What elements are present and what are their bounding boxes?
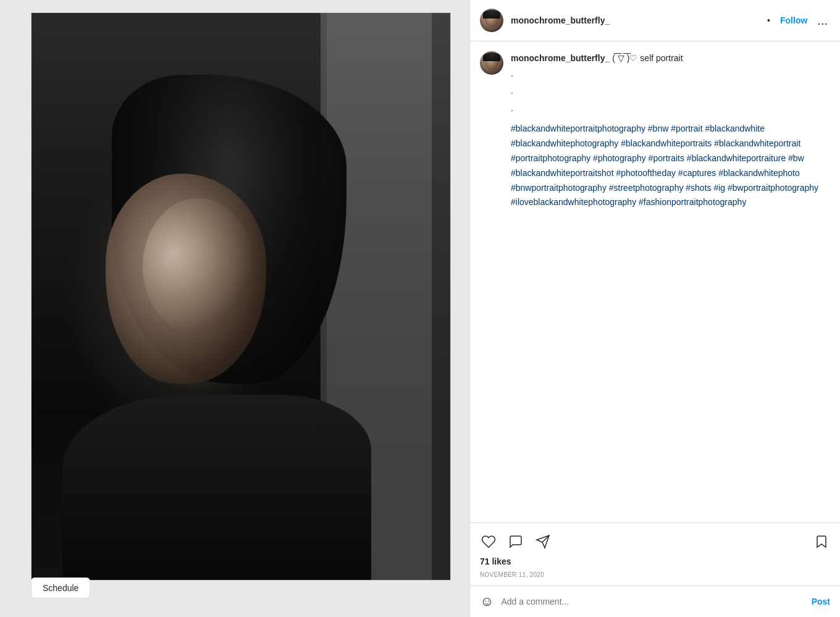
post-date: NOVEMBER 11, 2020 <box>480 569 830 583</box>
left-panel: Schedule <box>0 0 469 617</box>
heart-icon <box>481 534 496 549</box>
post-comment-button[interactable]: Post <box>812 597 830 607</box>
header-username[interactable]: monochrome_butterfly_ <box>511 15 757 25</box>
header-dot: • <box>767 15 770 25</box>
share-button[interactable] <box>534 533 552 550</box>
caption-username[interactable]: monochrome_butterfly_ <box>511 53 610 63</box>
dots-section: . . . <box>511 65 830 117</box>
avatar-header <box>480 9 503 32</box>
post-header: monochrome_butterfly_ • Follow ... <box>470 0 840 41</box>
like-button[interactable] <box>480 533 497 550</box>
caption-area: monochrome_butterfly_ ( ͞▽ ͞)♡ self port… <box>470 41 840 523</box>
comment-icon <box>508 534 523 549</box>
emoji-button[interactable]: ☺ <box>480 594 494 610</box>
avatar-caption <box>480 51 503 75</box>
dot-3: . <box>511 99 830 117</box>
caption-description: self portrait <box>640 53 682 63</box>
right-panel: monochrome_butterfly_ • Follow ... monoc… <box>469 0 840 617</box>
comment-input[interactable] <box>501 597 804 607</box>
actions-area: 71 likes NOVEMBER 11, 2020 <box>470 523 840 586</box>
action-icons-left <box>480 533 552 550</box>
bookmark-button[interactable] <box>813 533 830 550</box>
caption-user-row: monochrome_butterfly_ ( ͞▽ ͞)♡ self port… <box>480 51 830 210</box>
post-image <box>31 12 451 581</box>
action-icons-row <box>480 528 830 555</box>
caption-emoticon: ( ͞▽ ͞)♡ <box>612 53 637 63</box>
comment-area: ☺ Post <box>470 586 840 617</box>
likes-count: 71 likes <box>480 555 830 569</box>
more-button[interactable]: ... <box>815 14 830 27</box>
light-effect <box>143 198 254 334</box>
hashtags: #blackandwhiteportraitphotography #bnw #… <box>511 122 830 210</box>
share-icon <box>536 534 550 549</box>
caption-content: monochrome_butterfly_ ( ͞▽ ͞)♡ self port… <box>511 51 830 210</box>
body-shape <box>62 395 371 580</box>
dot-2: . <box>511 82 830 99</box>
bookmark-icon <box>814 534 829 549</box>
comment-button[interactable] <box>507 533 524 550</box>
dot-1: . <box>511 65 830 82</box>
emoji-icon: ☺ <box>480 594 494 610</box>
schedule-button[interactable]: Schedule <box>31 577 90 598</box>
follow-button[interactable]: Follow <box>780 15 807 25</box>
